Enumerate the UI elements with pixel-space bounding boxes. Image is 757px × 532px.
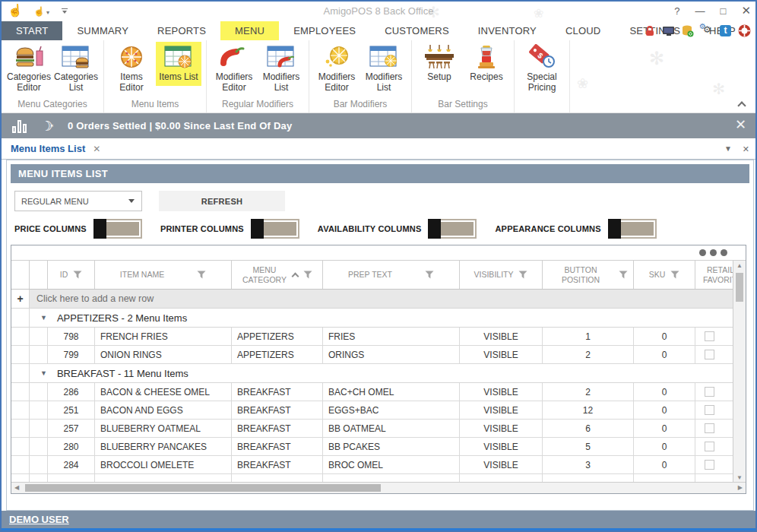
modifiers-editor-button[interactable]: Modifiers Editor: [211, 42, 257, 97]
tab-close-icon[interactable]: ✕: [93, 144, 100, 154]
table-row[interactable]: 798 FRENCH FRIES APPETIZERS FRIES VISIBL…: [11, 328, 746, 346]
bar-chart-icon[interactable]: [12, 119, 27, 133]
ribbon-group-title: Bar Modifiers: [314, 99, 407, 112]
special-pricing-button[interactable]: $ Special Pricing: [519, 42, 565, 97]
gears-icon[interactable]: ⚙⚙: [700, 24, 713, 37]
modifiers-list-button[interactable]: Modifiers List: [258, 42, 304, 97]
group-panel-row: [11, 245, 746, 261]
items-editor-button[interactable]: Items Editor: [109, 42, 154, 97]
bar-modifiers-list-button[interactable]: Modifiers List: [361, 42, 407, 97]
filter-icon[interactable]: [73, 271, 82, 279]
maximize-button[interactable]: □: [721, 5, 727, 17]
ribbon-group-menu-items: Items Editor Items List Menu Items: [104, 40, 207, 112]
database-sync-icon[interactable]: [681, 24, 694, 37]
table-row[interactable]: 257 BLUEBERRY OATMEAL BREAKFAST BB OATME…: [11, 420, 746, 438]
column-header-item-name[interactable]: ITEM NAME: [95, 261, 232, 289]
retail-favorite-checkbox[interactable]: [705, 442, 714, 451]
panel-title: MENU ITEMS LIST: [11, 164, 749, 183]
close-button[interactable]: ✕: [741, 4, 751, 17]
logged-in-user-link[interactable]: DEMO USER: [9, 514, 69, 525]
horizontal-scrollbar[interactable]: ◀ ▶: [11, 482, 746, 493]
ribbon-group-title: Menu Categories: [6, 99, 99, 112]
filter-icon[interactable]: [303, 271, 312, 279]
minimize-button[interactable]: —: [695, 5, 705, 17]
ribbon-group-title: [519, 99, 565, 112]
collapse-group-icon[interactable]: ▼: [40, 369, 47, 377]
tab-reports[interactable]: REPORTS: [143, 21, 220, 40]
horizontal-scroll-thumb[interactable]: [25, 484, 381, 492]
retail-favorite-checkbox[interactable]: [705, 387, 714, 397]
tab-list-dropdown-icon[interactable]: ▼: [724, 144, 732, 154]
end-of-day-moon-icon[interactable]: ☾: [40, 119, 52, 133]
tab-group-close-icon[interactable]: ✕: [743, 144, 749, 154]
refresh-button[interactable]: REFRESH: [159, 191, 285, 211]
tab-start[interactable]: START: [2, 21, 62, 40]
grid-options-dots-icon[interactable]: [699, 249, 727, 256]
table-row[interactable]: 286 BACON & CHEESE OMEL BREAKFAST BAC+CH…: [11, 383, 746, 401]
filter-icon[interactable]: [197, 271, 206, 279]
collapse-group-icon[interactable]: ▼: [40, 314, 47, 321]
retail-favorite-checkbox[interactable]: [705, 405, 714, 415]
column-header-prep-text[interactable]: PREP TEXT: [323, 261, 460, 289]
scroll-left-icon[interactable]: ◀: [14, 484, 19, 491]
column-header-menu-category[interactable]: MENU CATEGORY: [232, 261, 323, 289]
tab-inventory[interactable]: INVENTORY: [464, 21, 551, 40]
setup-button[interactable]: Setup: [417, 42, 462, 86]
column-header-sku[interactable]: SKU: [634, 261, 695, 289]
filter-icon[interactable]: [518, 271, 527, 279]
collapse-ribbon-icon[interactable]: [738, 100, 745, 107]
bar-modifiers-editor-button[interactable]: Modifiers Editor: [314, 42, 359, 97]
menu-select[interactable]: REGULAR MENU: [14, 191, 142, 211]
lock-icon[interactable]: [643, 24, 656, 37]
items-list-button-selected[interactable]: Items List: [156, 42, 201, 86]
column-header-visibility[interactable]: VISIBILITY: [460, 261, 543, 289]
life-ring-icon[interactable]: [738, 24, 751, 37]
retail-favorite-checkbox[interactable]: [705, 423, 714, 433]
vertical-scrollbar[interactable]: ▲ ▼: [733, 261, 746, 482]
burger-icon: [14, 44, 44, 70]
table-row[interactable]: 251 BACON AND EGGS BREAKFAST EGGS+BAC VI…: [11, 401, 746, 420]
twitter-icon[interactable]: t: [719, 24, 732, 37]
row-indicator-header: [11, 261, 30, 289]
add-new-row[interactable]: + Click here to add a new row: [11, 290, 746, 309]
retail-favorite-checkbox[interactable]: [705, 350, 714, 359]
categories-list-button[interactable]: Categories List: [53, 42, 99, 97]
tab-customers[interactable]: CUSTOMERS: [370, 21, 464, 40]
recipes-button[interactable]: Recipes: [464, 42, 509, 86]
table-row[interactable]: 799 ONION RINGS APPETIZERS ORINGS VISIBL…: [11, 346, 746, 364]
monitor-icon[interactable]: [662, 24, 675, 37]
tab-menu[interactable]: MENU: [220, 21, 279, 40]
filter-icon[interactable]: [619, 271, 628, 279]
help-button[interactable]: ?: [674, 5, 679, 17]
tab-summary[interactable]: SUMMARY: [62, 21, 143, 40]
retail-favorite-checkbox[interactable]: [705, 460, 714, 470]
document-tab-bar: Menu Items List ✕ ▼ ✕: [2, 138, 755, 160]
scroll-right-icon[interactable]: ▶: [738, 484, 743, 491]
tab-menu-items-list[interactable]: Menu Items List ✕: [2, 138, 109, 159]
price-columns-toggle[interactable]: [93, 219, 142, 239]
tab-employees[interactable]: EMPLOYEES: [279, 21, 370, 40]
group-row-appetizers[interactable]: ▼ APPETIZERS - 2 Menu Items: [11, 309, 746, 328]
column-header-button-position[interactable]: BUTTON POSITION: [543, 261, 634, 289]
group-row-breakfast[interactable]: ▼ BREAKFAST - 11 Menu Items: [11, 364, 746, 383]
tab-cloud[interactable]: CLOUD: [551, 21, 616, 40]
blender-icon: [475, 44, 498, 70]
ribbon-group-bar-modifiers: Modifiers Editor Modifiers List Bar Modi…: [309, 40, 412, 112]
retail-favorite-checkbox[interactable]: [705, 331, 714, 341]
appearance-columns-toggle[interactable]: [608, 219, 657, 239]
table-row[interactable]: 280 BLUEBERRY PANCAKES BREAKFAST BB PCAK…: [11, 438, 746, 456]
availability-columns-toggle[interactable]: [428, 219, 477, 239]
filter-icon[interactable]: [670, 271, 679, 279]
vertical-scroll-thumb[interactable]: [736, 273, 743, 302]
footer-bar: DEMO USER: [2, 511, 755, 528]
printer-columns-toggle[interactable]: [251, 219, 299, 239]
column-header-id[interactable]: ID: [48, 261, 95, 289]
categories-editor-button[interactable]: Categories Editor: [6, 42, 52, 97]
table-row[interactable]: 284 BROCCOLI OMELETE BREAKFAST BROC OMEL…: [11, 456, 746, 474]
price-columns-label: PRICE COLUMNS: [14, 224, 87, 233]
status-close-icon[interactable]: ✕: [735, 116, 746, 133]
scroll-down-icon[interactable]: ▼: [733, 474, 746, 481]
filter-icon[interactable]: [425, 271, 434, 279]
menu-items-list-panel: MENU ITEMS LIST REGULAR MENU REFRESH PRI…: [6, 160, 754, 511]
scroll-up-icon[interactable]: ▲: [733, 262, 746, 269]
